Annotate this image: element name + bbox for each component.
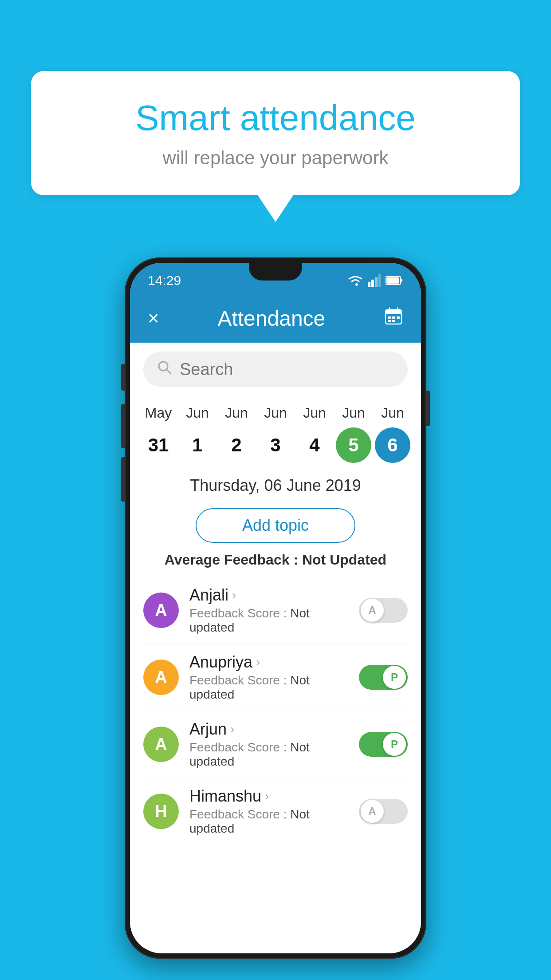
search-icon — [157, 360, 173, 379]
calendar-day[interactable]: Jun3 — [258, 405, 293, 463]
cal-month-label: May — [145, 405, 172, 421]
calendar-icon-button[interactable] — [384, 306, 403, 330]
app-bar-title: Attendance — [217, 306, 325, 331]
student-info: Anjali ›Feedback Score : Not updated — [189, 586, 348, 635]
signal-icon — [368, 274, 381, 287]
student-info: Arjun ›Feedback Score : Not updated — [189, 720, 348, 769]
student-item[interactable]: AAnjali ›Feedback Score : Not updatedA — [139, 577, 412, 644]
avg-feedback: Average Feedback : Not Updated — [130, 552, 421, 568]
calendar-day[interactable]: Jun6 — [375, 405, 410, 463]
status-icons — [347, 274, 403, 287]
speech-bubble: Smart attendance will replace your paper… — [31, 71, 520, 195]
svg-rect-1 — [371, 280, 374, 287]
cal-date-label: 6 — [375, 427, 410, 463]
chevron-icon: › — [265, 789, 269, 803]
phone-mute-button — [121, 364, 125, 391]
student-avatar: A — [143, 593, 179, 628]
cal-date-label: 31 — [141, 427, 176, 463]
student-avatar: A — [143, 727, 179, 762]
calendar-day[interactable]: May31 — [141, 405, 176, 463]
cal-date-label: 4 — [297, 427, 332, 463]
svg-rect-14 — [397, 316, 400, 319]
phone-mockup: 14:29 — [125, 257, 426, 959]
student-name: Anjali › — [189, 586, 348, 605]
student-item[interactable]: AAnupriya ›Feedback Score : Not updatedP — [139, 644, 412, 711]
speech-bubble-tail — [258, 195, 293, 222]
search-input[interactable] — [180, 360, 394, 379]
student-feedback: Feedback Score : Not updated — [189, 740, 348, 769]
cal-date-label: 1 — [180, 427, 215, 463]
attendance-toggle[interactable]: A — [359, 799, 408, 824]
close-button[interactable]: × — [148, 307, 159, 329]
toggle-thumb-label: A — [361, 800, 384, 823]
svg-line-18 — [166, 369, 171, 374]
svg-rect-2 — [375, 277, 378, 287]
speech-bubble-container: Smart attendance will replace your paper… — [31, 71, 520, 222]
svg-rect-5 — [401, 279, 402, 282]
cal-month-label: Jun — [381, 405, 404, 421]
chevron-icon: › — [232, 588, 236, 602]
svg-rect-0 — [368, 282, 370, 287]
calendar-strip: May31Jun1Jun2Jun3Jun4Jun5Jun6 — [130, 396, 421, 463]
student-feedback: Feedback Score : Not updated — [189, 606, 348, 635]
calendar-day[interactable]: Jun4 — [297, 405, 332, 463]
avg-feedback-value: Not Updated — [302, 552, 386, 568]
student-avatar: H — [143, 794, 179, 829]
bubble-title: Smart attendance — [67, 98, 484, 138]
svg-rect-16 — [392, 320, 395, 322]
student-info: Anupriya ›Feedback Score : Not updated — [189, 653, 348, 702]
student-name: Anupriya › — [189, 653, 348, 672]
selected-date-text: Thursday, 06 June 2019 — [139, 476, 412, 495]
phone-power-button — [426, 391, 430, 426]
attendance-toggle[interactable]: A — [359, 598, 408, 623]
svg-rect-9 — [386, 310, 401, 314]
student-item[interactable]: AArjun ›Feedback Score : Not updatedP — [139, 711, 412, 778]
cal-date-label: 2 — [219, 427, 254, 463]
cal-date-label: 3 — [258, 427, 293, 463]
calendar-day[interactable]: Jun2 — [219, 405, 254, 463]
phone-notch — [249, 263, 302, 281]
student-avatar: A — [143, 660, 179, 695]
bubble-subtitle: will replace your paperwork — [67, 147, 484, 169]
attendance-toggle[interactable]: P — [359, 665, 408, 690]
app-bar: × Attendance — [130, 294, 421, 343]
phone-screen: 14:29 — [130, 263, 421, 953]
add-topic-button[interactable]: Add topic — [196, 508, 355, 543]
svg-rect-15 — [388, 320, 391, 322]
attendance-toggle[interactable]: P — [359, 732, 408, 757]
calendar-day[interactable]: Jun1 — [180, 405, 215, 463]
svg-rect-13 — [392, 316, 395, 319]
svg-rect-3 — [378, 274, 381, 287]
student-feedback: Feedback Score : Not updated — [189, 807, 348, 836]
student-info: Himanshu ›Feedback Score : Not updated — [189, 787, 348, 836]
chevron-icon: › — [256, 655, 260, 669]
student-feedback: Feedback Score : Not updated — [189, 673, 348, 702]
toggle-thumb-label: A — [361, 599, 384, 622]
cal-month-label: Jun — [342, 405, 365, 421]
svg-rect-12 — [388, 316, 391, 319]
calendar-day[interactable]: Jun5 — [336, 405, 371, 463]
phone-outer: 14:29 — [125, 257, 426, 959]
phone-volume-up-button — [121, 404, 125, 448]
cal-date-label: 5 — [336, 427, 371, 463]
cal-month-label: Jun — [264, 405, 287, 421]
cal-month-label: Jun — [186, 405, 209, 421]
toggle-thumb-label: P — [383, 733, 406, 756]
toggle-thumb-label: P — [383, 666, 406, 689]
student-list: AAnjali ›Feedback Score : Not updatedAAA… — [130, 577, 421, 845]
chevron-icon: › — [230, 722, 234, 736]
wifi-icon — [347, 274, 363, 287]
student-name: Arjun › — [189, 720, 348, 739]
cal-month-label: Jun — [225, 405, 248, 421]
avg-feedback-label: Average Feedback : — [165, 552, 298, 568]
svg-rect-6 — [386, 277, 399, 284]
search-bar[interactable] — [143, 352, 408, 387]
cal-month-label: Jun — [303, 405, 326, 421]
selected-date-info: Thursday, 06 June 2019 — [130, 463, 421, 499]
phone-volume-down-button — [121, 457, 125, 502]
student-name: Himanshu › — [189, 787, 348, 806]
student-item[interactable]: HHimanshu ›Feedback Score : Not updatedA — [139, 778, 412, 845]
content-area: May31Jun1Jun2Jun3Jun4Jun5Jun6 Thursday, … — [130, 343, 421, 953]
battery-icon — [386, 275, 403, 286]
status-time: 14:29 — [148, 273, 181, 288]
